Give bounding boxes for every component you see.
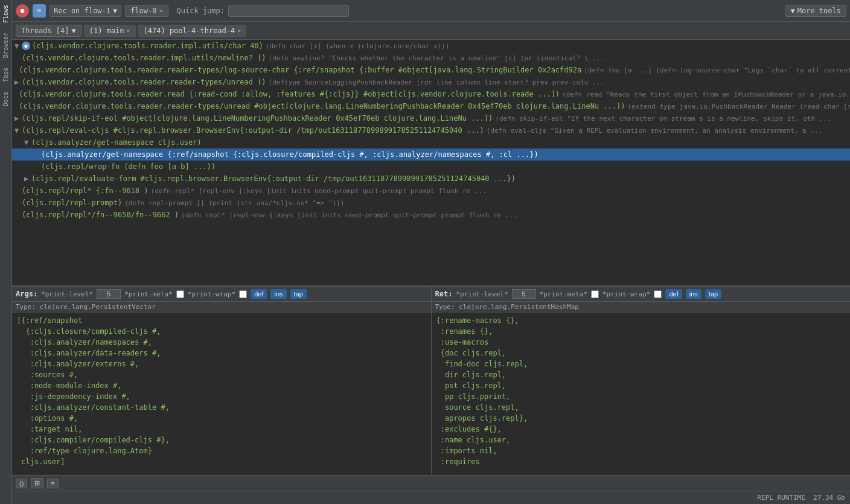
- ins-btn-args[interactable]: ins: [270, 289, 286, 299]
- more-tools-arrow-icon: ▼: [791, 7, 795, 15]
- expand-icon[interactable]: ▶: [14, 78, 22, 86]
- frame-desc: (extend-type java.io.PushbackReader Read…: [627, 103, 850, 110]
- flow-tab-close[interactable]: ✕: [159, 7, 163, 14]
- threads-label: Threads [4]: [21, 27, 69, 35]
- frame-desc: (deftype SourceLoggingPushbackReader [rd…: [269, 78, 604, 86]
- frame-desc: (defn char [x] (when x (clojure.core/cha…: [266, 42, 450, 50]
- callstack-panel[interactable]: ▼ ● (cljs.vendor.clojure.tools.reader.im…: [12, 40, 850, 285]
- frame-desc: (defn newline? "Checks whether the chara…: [269, 54, 604, 62]
- quick-jump-input[interactable]: [228, 5, 349, 17]
- frame-desc: (defn read "Reads the first object from …: [562, 91, 850, 98]
- expand-icon[interactable]: ▼: [14, 126, 22, 135]
- table-row[interactable]: (cljs.repl/repl-prompt) (defn repl-promp…: [12, 197, 850, 209]
- frame-name: (cljs.analyzer/get-namespace cljs.user): [31, 138, 202, 147]
- record-button[interactable]: ●: [16, 4, 29, 18]
- args-label: Args:: [16, 290, 37, 298]
- thread-tab-main-close[interactable]: ✕: [127, 27, 130, 34]
- fn-button[interactable]: (): [16, 479, 27, 488]
- tap-btn-ret[interactable]: tap: [705, 289, 721, 299]
- expand-icon[interactable]: ▼: [14, 42, 22, 50]
- flow-dropdown[interactable]: Rec on flow-1 ▼: [50, 5, 121, 17]
- thread-tab-pool-label: (474) pool-4-thread-4: [144, 27, 235, 35]
- threads-arrow-icon: ▼: [71, 27, 75, 35]
- expand-icon: [14, 54, 22, 62]
- sidebar-item-taps[interactable]: Taps: [1, 63, 10, 87]
- expand-icon: [14, 90, 19, 98]
- status-bar: REPL RUNTIME 27.34 Gb: [12, 491, 850, 504]
- args-section: Args: *print-level* *print-meta* *print-…: [12, 287, 432, 475]
- frame-name: (cljs.vendor.clojure.tools.reader.reader…: [19, 102, 625, 110]
- table-row[interactable]: (cljs.vendor.clojure.tools.reader.reader…: [12, 100, 850, 112]
- thread-tab-main[interactable]: (1) main ✕: [84, 25, 136, 37]
- frame-name: (cljs.vendor.clojure.tools.reader.reader…: [19, 66, 581, 74]
- flow-tab[interactable]: flow-0 ✕: [125, 5, 168, 17]
- print-meta-checkbox-ret[interactable]: [591, 290, 599, 298]
- table-row[interactable]: ▼ (cljs.analyzer/get-namespace cljs.user…: [12, 136, 850, 148]
- expand-icon[interactable]: ▶: [14, 114, 22, 123]
- more-tools-button[interactable]: ▼ More tools: [785, 5, 846, 17]
- def-btn-ret[interactable]: def: [665, 289, 682, 299]
- sidebar-item-browser[interactable]: Browser: [1, 28, 10, 63]
- ins-btn-ret[interactable]: ins: [686, 289, 701, 299]
- frame-desc: (defn repl-prompt [] (print (str ana/*cl…: [124, 199, 344, 207]
- expand-icon: [34, 162, 41, 171]
- expand-icon[interactable]: ▶: [24, 174, 31, 183]
- frame-name: (cljs.analyzer/get-namespace {:ref/snaps…: [41, 150, 538, 159]
- flow-dropdown-label: Rec on flow-1: [54, 7, 110, 15]
- table-row[interactable]: (cljs.repl/repl*/fn--9650/fn--9662 ) (de…: [12, 209, 850, 221]
- frame-name: (cljs.repl/eval-cljs #cljs.repl.browser.…: [22, 126, 484, 135]
- frame-name: (cljs.vendor.clojure.tools.reader.impl.u…: [22, 54, 266, 62]
- print-wrap-label-ret: *print-wrap*: [602, 290, 650, 298]
- table-row[interactable]: ▶ (cljs.repl/skip-if-eol #object[clojure…: [12, 112, 850, 124]
- expand-icon[interactable]: ▼: [24, 138, 31, 147]
- table-row[interactable]: (cljs.vendor.clojure.tools.reader.reader…: [12, 64, 850, 76]
- expand-icon: [34, 150, 41, 159]
- print-meta-checkbox-args[interactable]: [176, 290, 184, 298]
- view-toggle-button[interactable]: ≡: [33, 4, 46, 18]
- tree-button[interactable]: ⊞: [31, 478, 43, 488]
- status-label: REPL RUNTIME: [757, 494, 805, 502]
- table-row[interactable]: (cljs.analyzer/get-namespace {:ref/snaps…: [12, 148, 850, 161]
- sidebar-item-docs[interactable]: Docs: [1, 87, 10, 111]
- table-row[interactable]: ▼ ● (cljs.vendor.clojure.tools.reader.im…: [12, 40, 850, 52]
- main-panel: ● ≡ Rec on flow-1 ▼ flow-0 ✕ Quick jump:…: [12, 0, 850, 504]
- frame-name: (cljs.repl/skip-if-eol #object[clojure.l…: [22, 114, 493, 123]
- table-row[interactable]: (cljs.repl/wrap-fn (defn foo [a b] ...)): [12, 161, 850, 173]
- expand-icon: [14, 102, 19, 110]
- tap-btn-args[interactable]: tap: [290, 289, 307, 299]
- args-type-label: Type: clojure.lang.PersistentVector: [12, 302, 431, 313]
- print-level-label-ret: *print-level*: [456, 290, 508, 298]
- flow-tab-label: flow-0: [130, 7, 156, 15]
- table-row[interactable]: (cljs.vendor.clojure.tools.reader.read {…: [12, 88, 850, 100]
- frame-name: (cljs.repl/evaluate-form #cljs.repl.brow…: [31, 174, 516, 183]
- print-meta-label-ret: *print-meta*: [540, 290, 587, 298]
- args-header: Args: *print-level* *print-meta* *print-…: [12, 287, 431, 302]
- actions-bar: () ⊞ ≡: [12, 475, 850, 491]
- ret-section: Ret: *print-level* *print-meta* *print-w…: [432, 287, 851, 475]
- thread-tab-pool-close[interactable]: ✕: [237, 27, 241, 34]
- print-wrap-checkbox-ret[interactable]: [654, 290, 662, 298]
- list-button[interactable]: ≡: [47, 479, 58, 488]
- frame-desc: (defn eval-cljs "Given a REPL evaluation…: [487, 127, 822, 135]
- frame-name: (cljs.vendor.clojure.tools.reader.impl.u…: [32, 42, 263, 50]
- def-btn-args[interactable]: def: [251, 289, 267, 299]
- print-wrap-checkbox-args[interactable]: [239, 290, 247, 298]
- threads-button[interactable]: Threads [4] ▼: [16, 25, 81, 37]
- ret-label: Ret:: [435, 290, 453, 298]
- table-row[interactable]: (cljs.repl/repl* {:fn--9618 ) (defn repl…: [12, 185, 850, 197]
- table-row[interactable]: ▶ (cljs.vendor.clojure.tools.reader.read…: [12, 76, 850, 88]
- thread-tabs-bar: Threads [4] ▼ (1) main ✕ (474) pool-4-th…: [12, 22, 850, 40]
- table-row[interactable]: ▼ (cljs.repl/eval-cljs #cljs.repl.browse…: [12, 124, 850, 136]
- quick-jump-label: Quick jump:: [177, 7, 225, 15]
- frame-name: (cljs.repl/repl* {:fn--9618 ): [22, 187, 149, 195]
- frame-name: (cljs.repl/wrap-fn (defn foo [a b] ...)): [41, 162, 216, 171]
- sidebar-item-flows[interactable]: Flows: [1, 0, 10, 28]
- print-level-input-args[interactable]: [97, 289, 121, 299]
- expand-icon: [14, 66, 19, 74]
- thread-tab-pool[interactable]: (474) pool-4-thread-4 ✕: [138, 25, 247, 37]
- table-row[interactable]: ▶ (cljs.repl/evaluate-form #cljs.repl.br…: [12, 173, 850, 185]
- print-level-input-ret[interactable]: [512, 289, 536, 299]
- status-value: 27.34 Gb: [813, 494, 845, 502]
- ret-header: Ret: *print-level* *print-meta* *print-w…: [432, 287, 851, 302]
- table-row[interactable]: (cljs.vendor.clojure.tools.reader.impl.u…: [12, 52, 850, 64]
